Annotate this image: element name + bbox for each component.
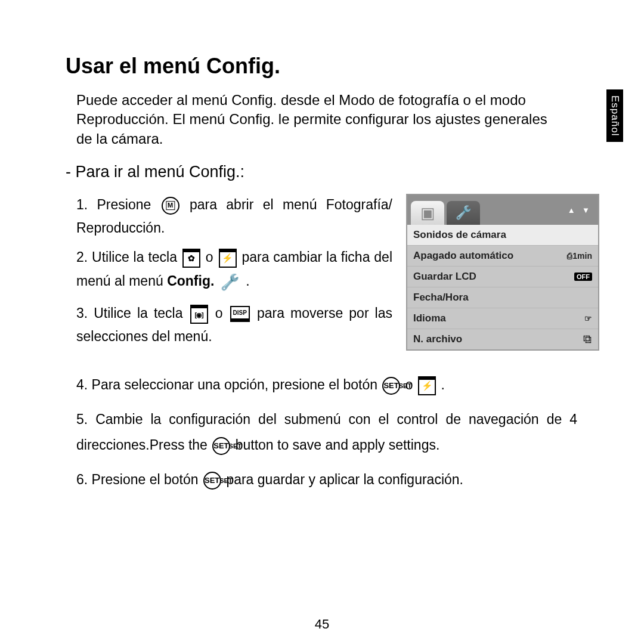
lcd-row-savelcd: Guardar LCD OFF [407, 266, 598, 287]
page-number: 45 [0, 617, 644, 632]
lcd-row-label: Idioma [413, 312, 446, 324]
step-6: 6. Presione el botón SET para guardar y … [76, 467, 577, 493]
step-3: 3. Utilice la tecla o DISP para moverse … [76, 302, 392, 348]
lcd-row-label: Sonidos de cámara [413, 229, 506, 241]
wrench-icon: 🔧 [221, 269, 240, 295]
lcd-row-value: ☞ [584, 314, 592, 323]
step-1: 1. Presione para abrir el menú Fotografí… [76, 193, 392, 240]
page-title: Usar el menú Config. [66, 54, 602, 79]
lcd-menu-list: Sonidos de cámara Apagado automático 1mi… [407, 225, 598, 349]
lcd-row-value: 1min [567, 251, 592, 261]
camera-lcd: ▣ 🔧 ▲ ▼ Sonidos de cámara Apagado automá… [406, 194, 599, 351]
step-2: 2. Utilice la tecla o para cambiar la fi… [76, 246, 392, 295]
step-5: 5. Cambie la configuración del submenú c… [76, 407, 577, 459]
lcd-row-value: ⿻ [584, 335, 592, 344]
section-subhead: - Para ir al menú Config.: [66, 163, 602, 181]
lcd-row-language: Idioma ☞ [407, 308, 598, 329]
lcd-tab-settings: 🔧 [447, 201, 480, 225]
lcd-row-label: Fecha/Hora [413, 292, 469, 304]
set-button-icon: SET [203, 472, 221, 490]
lcd-row-datetime: Fecha/Hora [407, 287, 598, 308]
lcd-row-sounds: Sonidos de cámara [407, 225, 598, 245]
set-button-icon: SET [382, 377, 400, 395]
menu-button-icon [162, 197, 179, 215]
focus-key-icon [190, 305, 208, 324]
lcd-row-label: Guardar LCD [413, 271, 476, 283]
disp-key-icon: DISP [230, 306, 250, 322]
intro-paragraph: Puede acceder al menú Config. desde el M… [76, 91, 565, 148]
steps-top: 1. Presione para abrir el menú Fotografí… [76, 193, 392, 348]
set-button-icon: SET [212, 437, 230, 455]
lcd-row-autooff: Apagado automático 1min [407, 245, 598, 266]
lcd-tab-camera: ▣ [411, 201, 444, 225]
flash-key-icon [219, 249, 237, 268]
step-4: 4. Para seleccionar una opción, presione… [76, 372, 577, 398]
lcd-row-label: Apagado automático [413, 250, 513, 262]
lcd-row-label: N. archivo [413, 333, 462, 345]
lcd-row-value: OFF [574, 273, 592, 281]
lcd-scroll-arrows: ▲ ▼ [568, 206, 592, 215]
flash-key-icon [418, 376, 436, 395]
lcd-tab-bar: ▣ 🔧 ▲ ▼ [407, 195, 598, 225]
lcd-row-filenum: N. archivo ⿻ [407, 329, 598, 349]
macro-key-icon [182, 249, 200, 268]
language-tab: Español [606, 89, 623, 142]
